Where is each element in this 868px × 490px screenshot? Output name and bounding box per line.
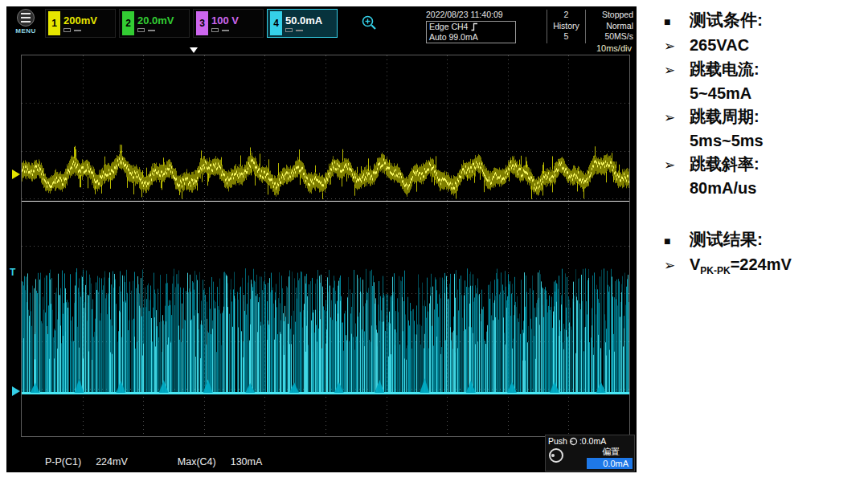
- acquisition-status: Stopped: [586, 10, 633, 21]
- measurement-pp-c1: P-P(C1)224mV: [45, 456, 128, 468]
- notes-panel: ■ 测试条件: ➢ 265VAC ➢ 跳载电流: 5~45mA ➢ 跳载周期: …: [653, 8, 863, 283]
- datetime: 2022/08/23 11:40:09: [426, 10, 547, 20]
- channel-3-badge: 3: [196, 11, 208, 35]
- measurement-readouts: P-P(C1)224mV Max(C4)130mA: [45, 456, 312, 468]
- rising-edge-icon: [471, 22, 478, 31]
- arrow-bullet-icon: ➢: [653, 106, 690, 129]
- conditions-title: 测试条件:: [690, 8, 763, 31]
- measurement-1-label: P-P(C1): [45, 456, 81, 468]
- history-label: History: [547, 21, 585, 32]
- trigger-mode: Auto 99.0mA: [429, 32, 513, 43]
- history-index: 5: [547, 31, 585, 43]
- sample-rate: 50MS/s: [586, 31, 633, 43]
- condition-item-3: 跳载周期:: [690, 105, 760, 129]
- arrow-bullet-icon: ➢: [653, 35, 690, 58]
- arrow-bullet-icon: ➢: [653, 153, 690, 177]
- measurement-2-label: Max(C4): [178, 456, 216, 468]
- channel-1-box[interactable]: 1 200mV: [45, 9, 116, 38]
- waveform-grid: [21, 55, 630, 437]
- push-value: :0.0mA: [579, 436, 606, 446]
- acquisition-info: 2022/08/23 11:40:09 Edge CH4 Auto 99.0mA…: [426, 10, 635, 43]
- scope-topbar: MENU 1 200mV 2 20.0mV 3 100 V 4: [6, 6, 637, 43]
- channel-3-box[interactable]: 3 100 V: [193, 9, 264, 38]
- offset-title: 偏置: [602, 447, 620, 457]
- trigger-position-marker-icon[interactable]: [190, 47, 198, 53]
- history-count: 2: [547, 10, 585, 21]
- channel-3-scale: 100 V: [211, 14, 239, 27]
- square-bullet-icon: ■: [653, 230, 690, 253]
- offset-knob-icon[interactable]: [549, 448, 563, 463]
- acquisition-mode: Normal: [586, 21, 633, 32]
- oscilloscope-screen: MENU 1 200mV 2 20.0mV 3 100 V 4: [6, 6, 637, 472]
- menu-button[interactable]: MENU: [10, 9, 42, 35]
- knob-mini-icon: [569, 437, 578, 446]
- measurement-1-value: 224mV: [96, 456, 128, 468]
- channel-1-badge: 1: [48, 11, 60, 35]
- square-bullet-icon: ■: [653, 10, 690, 34]
- channel-3-coupling-icons: [211, 28, 239, 32]
- results-title: 测试结果:: [690, 227, 763, 251]
- channel-2-badge: 2: [122, 11, 134, 35]
- channel-1-level-marker-icon[interactable]: [12, 169, 20, 179]
- channel-2-coupling-icons: [137, 28, 174, 32]
- channel-4-scale: 50.0mA: [285, 14, 322, 27]
- arrow-bullet-icon: ➢: [653, 254, 690, 277]
- offset-value[interactable]: 0.0mA: [587, 458, 633, 469]
- result-vpkpk: VPK-PK=224mV: [690, 253, 792, 283]
- trigger-source: Edge CH4: [429, 22, 468, 32]
- measurement-2-value: 130mA: [231, 456, 263, 468]
- condition-item-2-cont: 5~45mA: [653, 82, 863, 105]
- condition-item-3-cont: 5ms~5ms: [653, 129, 863, 153]
- channel-2-scale: 20.0mV: [137, 14, 174, 27]
- trigger-settings-box[interactable]: Edge CH4 Auto 99.0mA: [426, 21, 516, 43]
- condition-item-4: 跳载斜率:: [690, 153, 760, 176]
- condition-item-1: 265VAC: [690, 34, 749, 57]
- trigger-level-marker-icon[interactable]: T: [10, 267, 15, 278]
- push-label: Push: [548, 436, 567, 446]
- channel-4-badge: 4: [270, 11, 282, 35]
- channel-4-coupling-icons: [285, 28, 322, 32]
- condition-item-2: 跳载电流:: [690, 58, 760, 81]
- condition-item-4-cont: 80mA/us: [653, 177, 863, 200]
- channel-2-box[interactable]: 2 20.0mV: [119, 9, 190, 38]
- channel-4-box[interactable]: 4 50.0mA: [267, 9, 338, 38]
- measurement-max-c4: Max(C4)130mA: [178, 456, 263, 468]
- zoom-search-icon[interactable]: [360, 14, 379, 36]
- channel-1-coupling-icons: [63, 28, 97, 32]
- arrow-bullet-icon: ➢: [653, 59, 690, 82]
- timebase-readout: 10ms/div: [596, 43, 632, 53]
- channel-1-scale: 200mV: [63, 14, 97, 27]
- menu-label: MENU: [15, 27, 36, 35]
- hamburger-menu-icon: [17, 9, 35, 27]
- offset-panel: Push :0.0mA 偏置 0.0mA: [545, 435, 635, 472]
- channel-4-ground-marker-icon[interactable]: [12, 386, 20, 396]
- waveform-display: [22, 55, 629, 436]
